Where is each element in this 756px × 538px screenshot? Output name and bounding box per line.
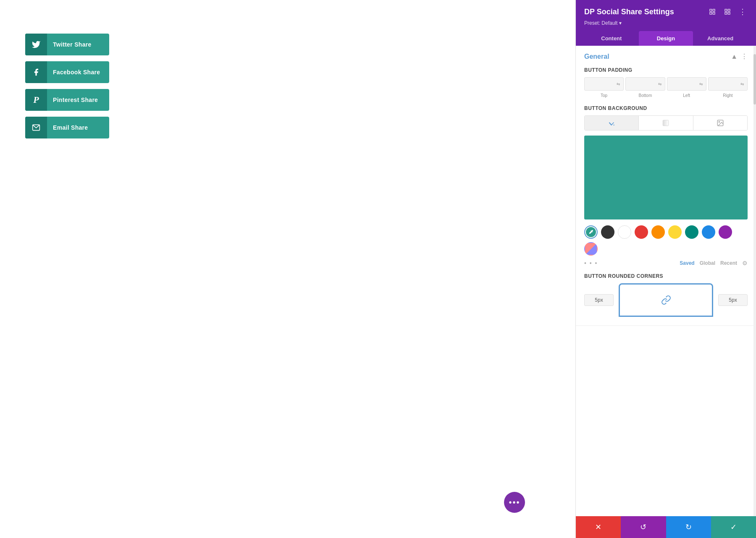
section-more-icon[interactable]: ⋮ — [741, 52, 748, 60]
more-options-icon[interactable]: ⋮ — [738, 7, 748, 17]
undo-button[interactable]: ↺ — [621, 516, 666, 538]
image-icon — [717, 119, 724, 127]
link-top-icon: ⇆ — [617, 82, 620, 86]
section-controls: ▲ ⋮ — [731, 52, 748, 60]
button-padding-field: Button Padding ⇆ — [584, 67, 748, 98]
color-swatch-yellow[interactable] — [668, 225, 682, 239]
pinterest-btn-label: Pinterest Share — [47, 97, 109, 103]
facebook-icon-area — [25, 61, 47, 83]
link-bottom-icon: ⇆ — [658, 82, 662, 86]
color-swatch-teal[interactable] — [685, 225, 698, 239]
recent-color-tab[interactable]: Recent — [720, 260, 737, 266]
bg-tab-gradient[interactable] — [639, 116, 693, 130]
email-icon-area — [25, 117, 47, 138]
svg-rect-7 — [728, 12, 730, 14]
padding-left-wrapper[interactable]: ⇆ — [667, 77, 706, 91]
grid-icon[interactable] — [722, 7, 732, 17]
rounded-topleft-input[interactable]: 5px — [584, 294, 614, 306]
padding-left-lbl: Left — [667, 93, 706, 98]
bg-tab-color[interactable] — [585, 116, 639, 130]
global-color-tab[interactable]: Global — [700, 260, 715, 266]
panel-header-top: DP Social Share Settings ⋮ — [584, 7, 748, 17]
color-swatch-blue[interactable] — [702, 225, 715, 239]
rounded-preview-box — [619, 283, 713, 317]
svg-point-12 — [719, 121, 719, 122]
tab-design[interactable]: Design — [639, 31, 693, 46]
color-swatch-red[interactable] — [635, 225, 648, 239]
panel-title: DP Social Share Settings — [584, 8, 674, 16]
color-swatch-black[interactable] — [601, 225, 614, 239]
svg-rect-2 — [713, 9, 715, 11]
focus-mode-icon[interactable] — [707, 7, 717, 17]
facebook-btn-label: Facebook Share — [47, 69, 109, 76]
color-settings-icon[interactable]: ⚙ — [742, 260, 748, 266]
pinterest-share-button[interactable]: P Pinterest Share — [25, 89, 109, 111]
color-more-dots[interactable]: • • • — [584, 260, 598, 266]
svg-point-9 — [614, 125, 614, 125]
padding-top-input[interactable] — [588, 81, 615, 86]
save-button[interactable]: ✓ — [711, 516, 756, 538]
cancel-button[interactable]: ✕ — [576, 516, 621, 538]
save-icon: ✓ — [730, 522, 737, 532]
svg-rect-8 — [725, 12, 727, 14]
scrollbar-track[interactable] — [753, 46, 756, 516]
padding-right-lbl: Right — [708, 93, 748, 98]
panel-body: General ▲ ⋮ Button Padding — [576, 46, 756, 326]
color-swatch-white[interactable] — [618, 225, 631, 239]
padding-labels-row: Top Bottom Left Right — [584, 93, 748, 98]
padding-top-wrapper[interactable]: ⇆ — [584, 77, 624, 91]
button-padding-label: Button Padding — [584, 67, 748, 73]
paint-bucket-icon — [608, 119, 615, 127]
color-footer: • • • Saved Global Recent ⚙ — [584, 260, 748, 266]
color-swatches — [584, 225, 748, 256]
chevron-up-icon[interactable]: ▲ — [731, 53, 738, 60]
email-icon — [32, 123, 40, 132]
floating-action-button[interactable]: ••• — [504, 492, 525, 513]
tab-content[interactable]: Content — [584, 31, 639, 46]
rounded-inputs-row: 5px 5px — [584, 283, 748, 317]
pinterest-icon: P — [33, 94, 39, 105]
cancel-icon: ✕ — [595, 522, 601, 532]
panel-body-wrapper: General ▲ ⋮ Button Padding — [576, 46, 756, 516]
button-bg-label: Button Background — [584, 105, 748, 111]
twitter-share-button[interactable]: Twitter Share — [25, 34, 109, 55]
svg-rect-6 — [728, 9, 730, 11]
general-section-body: Button Padding ⇆ — [576, 67, 756, 325]
saved-color-tab[interactable]: Saved — [680, 260, 694, 266]
email-btn-label: Email Share — [47, 124, 109, 131]
color-swatch-current[interactable] — [584, 225, 598, 239]
color-swatch-purple[interactable] — [719, 225, 732, 239]
padding-bottom-input[interactable] — [629, 81, 656, 86]
padding-top-lbl: Top — [584, 93, 624, 98]
color-tab-buttons: Saved Global Recent ⚙ — [680, 260, 748, 266]
svg-rect-1 — [710, 9, 712, 11]
svg-rect-3 — [713, 12, 715, 14]
panel-preset[interactable]: Preset: Default ▾ — [584, 20, 748, 26]
button-rounded-corners-field: Button Rounded Corners 5px 5px — [584, 273, 748, 317]
padding-right-wrapper[interactable]: ⇆ — [708, 77, 748, 91]
scrollbar-thumb[interactable] — [753, 54, 756, 104]
panel-tabs: Content Design Advanced — [584, 31, 748, 46]
redo-button[interactable]: ↻ — [666, 516, 711, 538]
color-swatch-orange[interactable] — [651, 225, 665, 239]
color-swatch-gradient[interactable] — [584, 242, 598, 256]
color-preview-box[interactable] — [584, 136, 748, 219]
gradient-icon — [662, 119, 669, 127]
email-share-button[interactable]: Email Share — [25, 117, 109, 138]
padding-left-input[interactable] — [671, 81, 698, 86]
padding-right-input[interactable] — [712, 81, 739, 86]
facebook-share-button[interactable]: Facebook Share — [25, 61, 109, 83]
padding-bottom-field: ⇆ — [625, 77, 665, 91]
bg-tab-image[interactable] — [693, 116, 747, 130]
panel-header-icons: ⋮ — [707, 7, 748, 17]
rounded-topright-input[interactable]: 5px — [718, 294, 748, 306]
padding-fields-row: ⇆ ⇆ — [584, 77, 748, 91]
facebook-icon — [32, 68, 40, 76]
padding-bottom-wrapper[interactable]: ⇆ — [625, 77, 665, 91]
background-type-tabs — [584, 115, 748, 131]
pinterest-icon-area: P — [25, 89, 47, 111]
general-section-header[interactable]: General ▲ ⋮ — [576, 46, 756, 67]
padding-left-field: ⇆ — [667, 77, 706, 91]
tab-advanced[interactable]: Advanced — [693, 31, 748, 46]
link-left-icon: ⇆ — [699, 82, 703, 86]
